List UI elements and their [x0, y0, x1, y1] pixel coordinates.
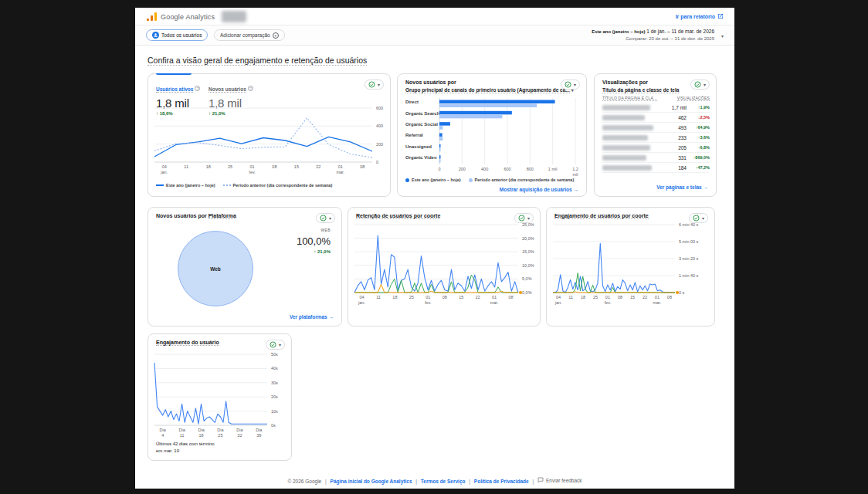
go-to-report-label: Ir para relatório: [676, 14, 715, 19]
external-link-icon: [717, 13, 724, 19]
add-comparison-button[interactable]: Adicionar comparação +: [214, 29, 285, 41]
x-tick-label: 04 jan.: [161, 164, 168, 175]
chart-legend: Este ano (janeiro – hoje) Período anteri…: [405, 178, 574, 182]
card-title-line2[interactable]: Título da página e classe de tela: [602, 87, 679, 93]
card-title-text[interactable]: Engajamento de usuários por coorte: [554, 213, 649, 219]
x-tick-label: 25: [593, 295, 598, 300]
retention-chart: 0,0%5,0%10,0%15,0%20,0%25,0%04 jan.11182…: [354, 225, 537, 311]
caret-down-icon: ▾: [527, 215, 530, 221]
x-tick-label: 18: [206, 164, 211, 170]
card-title-prefix: Novos usuários por: [156, 213, 209, 218]
check-circle-icon: [565, 81, 571, 88]
footnote-line2: em mar. 10: [156, 448, 215, 455]
pages-table-body: 1,7 mil↑1,9%462↓2,5%493↑64,9%233↑3,6%205…: [602, 103, 710, 173]
views-value: 493: [666, 125, 687, 130]
page-title-redacted: [602, 105, 650, 110]
x-tick-label: 08: [667, 295, 672, 300]
card-title: Novos usuários por Plataforma: [156, 212, 236, 220]
info-icon[interactable]: ?: [248, 86, 253, 91]
y-tick-label: 10,0%: [522, 263, 534, 268]
views-delta: ↑47,2%: [687, 165, 710, 170]
view-platforms-link[interactable]: Ver plataformas →: [290, 314, 334, 320]
view-pages-link[interactable]: Ver páginas e telas →: [656, 184, 708, 190]
y-tick-label: 50s: [271, 352, 278, 357]
platform-stat-delta: ↑ 21,0%: [297, 249, 331, 255]
column-page-title[interactable]: TÍTULO DA PÁGINA E CLA...: [602, 96, 657, 101]
all-users-chip[interactable]: Todos os usuários: [146, 29, 208, 41]
page-title-redacted: [602, 115, 645, 120]
card-title-line1: Visualizações por: [602, 79, 679, 86]
bar-category-label: Organic Social: [405, 122, 438, 127]
caret-down-icon: ▾: [279, 342, 281, 347]
go-to-report-link[interactable]: Ir para relatório: [676, 13, 724, 19]
x-tick-label: Dia 32: [236, 428, 242, 438]
card-user-engagement-by-cohort: Engajamento de usuários por coorte ▾ 0 s…: [546, 207, 715, 327]
footer-link-home[interactable]: Página inicial do Google Analytics: [331, 479, 412, 484]
x-tick-label: 22: [476, 295, 480, 300]
views-delta: ↑1,9%: [687, 105, 710, 110]
footer-separator: |: [469, 479, 470, 484]
caret-down-icon: ▾: [702, 215, 704, 221]
footer-link-terms[interactable]: Termos de Serviço: [421, 479, 466, 484]
feedback-bubble-icon: [537, 477, 544, 483]
date-range-display[interactable]: Este ano (janeiro – hoje) 1 de jan. – 11…: [592, 29, 714, 42]
y-tick-label: 20,0%: [522, 236, 534, 241]
insights-button[interactable]: ▾: [561, 80, 580, 90]
all-users-chip-label: Todos os usuários: [161, 32, 202, 38]
x-tick-label: 01 fev.: [605, 295, 611, 306]
bar-category-label: Direct: [405, 100, 419, 104]
card-title-text[interactable]: Engajamento do usuário: [156, 340, 219, 346]
x-tick-label: 200: [459, 167, 466, 172]
x-tick-label: 22: [316, 164, 320, 170]
x-tick-label: 15: [630, 295, 635, 300]
insights-button[interactable]: ▾: [690, 80, 710, 90]
legend-this-year: Este ano (janeiro – hoje): [166, 183, 215, 188]
views-value: 1,7 mil: [666, 105, 687, 110]
card-title: Engajamento do usuário: [156, 339, 219, 347]
views-value: 184: [666, 165, 687, 171]
platform-stat-label: WEB: [297, 228, 331, 234]
views-value: 233: [666, 135, 687, 140]
views-delta: ↑869,0%: [687, 155, 710, 160]
x-tick-label: 08: [442, 295, 447, 300]
analytics-page: Google Analytics Ir para relatório Todos…: [135, 8, 734, 489]
property-name-redacted[interactable]: [222, 11, 246, 22]
card-title-line2[interactable]: Grupo principal de canais do primeiro us…: [405, 87, 570, 93]
page-title-redacted: [602, 155, 646, 161]
bar-category-label: Organic Video: [405, 155, 437, 160]
x-tick-label: Dia 4: [160, 428, 166, 438]
views-value: 205: [666, 145, 687, 151]
card-new-users-by-channel: Novos usuários por Grupo principal de ca…: [397, 73, 587, 197]
table-row: 205↑6,8%: [602, 143, 710, 153]
show-user-acquisition-link[interactable]: Mostrar aquisição de usuários →: [500, 187, 578, 192]
card-title-term[interactable]: Plataforma: [209, 213, 236, 219]
send-feedback-link[interactable]: Enviar feedback: [537, 477, 582, 483]
card-title-line1: Novos usuários por: [405, 79, 574, 86]
footer-link-privacy[interactable]: Política de Privacidade: [474, 479, 529, 484]
card-title-text[interactable]: Retenção de usuários por coorte: [356, 213, 440, 219]
x-tick-label: 01 mar.: [490, 295, 499, 306]
caret-down-icon: ▾: [329, 215, 331, 221]
insights-button[interactable]: ▾: [364, 80, 384, 90]
x-tick-label: 0: [438, 167, 440, 172]
check-circle-icon: [518, 215, 525, 222]
check-circle-icon: [368, 81, 375, 88]
card-title: Engajamento de usuários por coorte: [554, 212, 649, 220]
active-users-label: Usuários ativos: [156, 86, 193, 93]
y-tick-label: 15,0%: [522, 249, 534, 254]
footnote-line1: Últimos 42 dias com término: [156, 441, 215, 448]
channels-bar-chart: 02004006008001 mil1,2 milDirectOrganic S…: [405, 98, 581, 175]
date-range-caret-icon[interactable]: ▾: [721, 33, 724, 39]
x-tick-label: 400: [481, 167, 488, 172]
platform-stats: WEB 100,0% ↑ 21,0%: [297, 228, 331, 255]
page-title-redacted: [602, 165, 652, 171]
active-tab-indicator: [156, 73, 192, 75]
google-analytics-logo-icon: [146, 12, 157, 22]
insights-button[interactable]: ▾: [316, 213, 335, 223]
info-icon[interactable]: ?: [195, 86, 200, 91]
insights-button[interactable]: ▾: [266, 340, 285, 350]
y-tick-label: 30s: [271, 381, 278, 385]
column-views[interactable]: VISUALIZAÇÕES: [677, 96, 710, 101]
card-title: Retenção de usuários por coorte: [356, 212, 440, 220]
views-value: 462: [666, 115, 687, 120]
